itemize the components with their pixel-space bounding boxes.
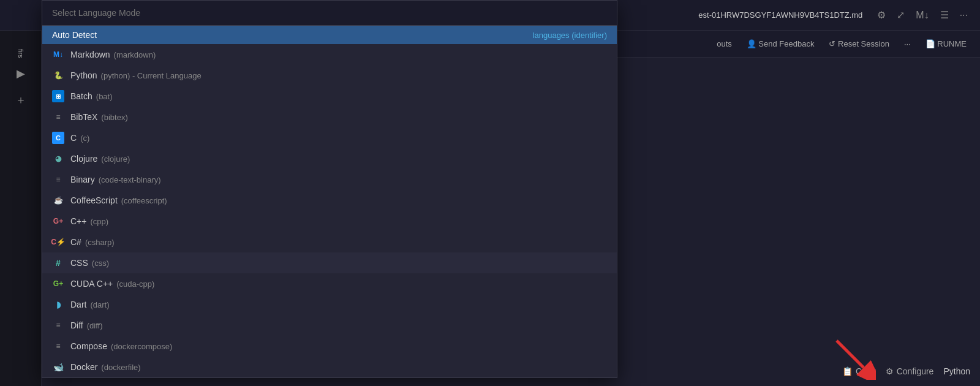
css-lang-icon: # <box>52 257 64 269</box>
lang-name-csharp: C# <box>70 237 81 247</box>
more-icon[interactable]: ··· <box>957 7 970 23</box>
copy-btn[interactable]: 📋 Copy <box>842 366 876 376</box>
configure-icon: ⚙ <box>886 366 894 376</box>
lang-id-c: (c) <box>80 134 89 143</box>
language-item-coffeescript[interactable]: ☕ CoffeeScript (coffeescript) <box>42 190 617 211</box>
lang-name-bibtex: BibTeX <box>70 112 97 122</box>
language-item-markdown[interactable]: M↓ Markdown (markdown) <box>42 44 617 65</box>
configure-label: Configure <box>897 366 934 376</box>
language-item-compose[interactable]: ≡ Compose (dockercompose) <box>42 336 617 357</box>
markdown-icon[interactable]: M↓ <box>913 7 931 23</box>
sidebar-firs-label: firs <box>17 49 24 58</box>
reset-session-btn[interactable]: ↺ Reset Session <box>825 37 892 50</box>
language-item-csharp[interactable]: C⚡ C# (csharp) <box>42 232 617 252</box>
lang-id-docker: (dockerfile) <box>101 363 140 372</box>
lang-name-clojure: Clojure <box>70 154 97 164</box>
batch-lang-icon: ⊞ <box>52 90 64 102</box>
python-lang-icon: 🐍 <box>52 69 64 81</box>
lang-id-cpp: (cpp) <box>90 217 108 226</box>
lang-id-dart: (dart) <box>90 300 109 309</box>
configure-btn[interactable]: ⚙ Configure <box>886 366 934 376</box>
add-cell-btn[interactable]: ＋ <box>12 89 30 111</box>
lang-name-binary: Binary <box>70 175 95 184</box>
lang-name-python: Python <box>70 70 97 80</box>
lang-name-dart: Dart <box>70 300 86 309</box>
language-search-input[interactable] <box>42 1 617 26</box>
coffeescript-lang-icon: ☕ <box>52 194 64 206</box>
lang-name-compose: Compose <box>70 341 107 351</box>
split-icon[interactable]: ⤢ <box>894 7 907 23</box>
cpp-lang-icon: G+ <box>52 215 64 227</box>
clojure-lang-icon: ◕ <box>52 153 64 165</box>
lang-name-coffeescript: CoffeeScript <box>70 195 118 205</box>
language-item-cuda[interactable]: G+ CUDA C++ (cuda-cpp) <box>42 273 617 294</box>
language-item-docker[interactable]: 🐋 Docker (dockerfile) <box>42 357 617 377</box>
language-item-cpp[interactable]: G+ C++ (cpp) <box>42 211 617 232</box>
lang-name-c: C <box>70 133 77 143</box>
lang-name-batch: Batch <box>70 91 92 101</box>
lang-id-python: (python) - Current Language <box>101 71 202 80</box>
docker-lang-icon: 🐋 <box>52 361 64 373</box>
bibtex-lang-icon: ≡ <box>52 111 64 123</box>
current-language-label: Python <box>943 366 970 376</box>
identifier-label: languages (identifier) <box>533 31 607 40</box>
markdown-lang-icon: M↓ <box>52 48 64 61</box>
lang-id-css: (css) <box>92 259 109 268</box>
lang-name-css: CSS <box>70 258 88 268</box>
lang-name-docker: Docker <box>70 362 97 372</box>
dart-lang-icon: ◗ <box>52 298 64 311</box>
lang-name-cpp: C++ <box>70 216 86 226</box>
language-item-batch[interactable]: ⊞ Batch (bat) <box>42 86 617 107</box>
play-sidebar-icon[interactable]: ▶ <box>13 63 29 84</box>
lang-id-csharp: (csharp) <box>85 238 115 247</box>
filename: est-01HRW7DSGYF1AWNH9VB4TS1DTZ.md <box>698 10 862 20</box>
lang-name-diff: Diff <box>70 320 83 330</box>
lang-id-bibtex: (bibtex) <box>101 113 127 122</box>
lang-name-auto-detect: Auto Detect <box>52 30 97 40</box>
language-item-python[interactable]: 🐍 Python (python) - Current Language <box>42 65 617 86</box>
lang-id-batch: (bat) <box>96 92 113 101</box>
lang-id-diff: (diff) <box>87 321 103 330</box>
lang-id-cuda: (cuda-cpp) <box>116 279 154 289</box>
lang-name-cuda: CUDA C++ <box>70 279 113 289</box>
more-options-btn[interactable]: ··· <box>900 37 914 50</box>
language-item-c[interactable]: C C (c) <box>42 127 617 148</box>
left-sidebar: firs ▶ ＋ <box>0 31 42 386</box>
lang-name-markdown: Markdown <box>70 50 110 59</box>
language-item-binary[interactable]: ≡ Binary (code-text-binary) <box>42 169 617 190</box>
language-item-diff[interactable]: ≡ Diff (diff) <box>42 315 617 336</box>
language-item-css[interactable]: # CSS (css) <box>42 252 617 273</box>
csharp-lang-icon: C⚡ <box>52 236 64 248</box>
language-item-auto-detect[interactable]: Auto Detect languages (identifier) <box>42 26 617 44</box>
copy-label: Copy <box>856 366 876 376</box>
language-dropdown: Auto Detect languages (identifier) M↓ Ma… <box>42 0 617 378</box>
send-feedback-btn[interactable]: 👤 Send Feedback <box>743 37 818 50</box>
binary-lang-icon: ≡ <box>52 173 64 186</box>
diff-lang-icon: ≡ <box>52 319 64 331</box>
outputs-btn[interactable]: outs <box>713 37 736 50</box>
lang-id-clojure: (clojure) <box>101 154 130 164</box>
lang-id-markdown: (markdown) <box>114 50 156 59</box>
copy-icon: 📋 <box>842 366 853 376</box>
settings-icon[interactable]: ⚙ <box>875 7 888 23</box>
lang-id-coffeescript: (coffeescript) <box>121 196 167 205</box>
lang-id-compose: (dockercompose) <box>111 342 172 351</box>
bottom-bar: 📋 Copy ⚙ Configure Python <box>842 366 970 376</box>
language-item-dart[interactable]: ◗ Dart (dart) <box>42 294 617 315</box>
runme-btn[interactable]: 📄 RUNME <box>922 37 970 50</box>
cuda-lang-icon: G+ <box>52 278 64 290</box>
language-item-bibtex[interactable]: ≡ BibTeX (bibtex) <box>42 107 617 127</box>
layout-icon[interactable]: ☰ <box>938 7 951 23</box>
language-item-clojure[interactable]: ◕ Clojure (clojure) <box>42 148 617 169</box>
compose-lang-icon: ≡ <box>52 340 64 352</box>
language-list: Auto Detect languages (identifier) M↓ Ma… <box>42 26 617 377</box>
lang-id-binary: (code-text-binary) <box>99 175 161 184</box>
c-lang-icon: C <box>52 132 64 144</box>
